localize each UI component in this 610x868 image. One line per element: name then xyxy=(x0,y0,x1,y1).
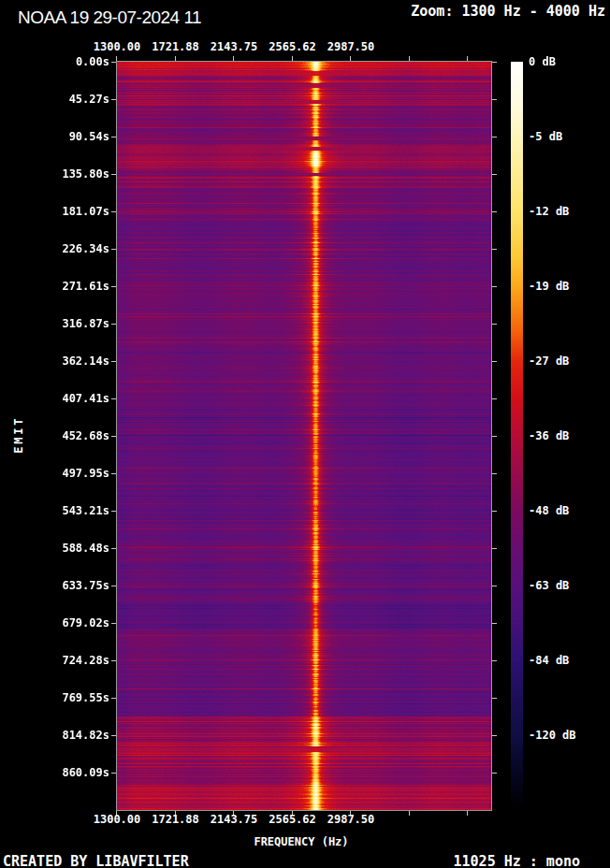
time-tick-label: 543.21s xyxy=(25,504,109,517)
plot-frame xyxy=(116,61,492,811)
freq-tick-mark xyxy=(292,56,293,61)
time-tick-label: 45.27s xyxy=(25,93,109,106)
db-tick-label: -27 dB xyxy=(529,354,569,368)
footer-samplerate: 11025 Hz : mono xyxy=(454,853,580,868)
spectrogram-canvas xyxy=(117,62,491,810)
db-tick-label: -5 dB xyxy=(529,130,562,143)
zoom-range-label: Zoom: 1300 Hz - 4000 Hz xyxy=(411,3,605,20)
time-tick-label: 316.87s xyxy=(25,317,109,330)
freq-tick-mark xyxy=(409,56,410,61)
time-tick-mark xyxy=(492,511,497,512)
db-tick-label: 0 dB xyxy=(529,55,556,68)
freq-axis-title: FREQUENCY (Hz) xyxy=(254,835,348,848)
time-tick-mark xyxy=(492,698,497,699)
time-tick-mark xyxy=(111,773,116,774)
time-axis-title: TIME xyxy=(12,417,25,455)
time-tick-label: 226.34s xyxy=(25,242,109,255)
time-tick-mark xyxy=(111,99,116,100)
time-tick-mark xyxy=(111,473,116,474)
time-tick-mark xyxy=(111,211,116,212)
time-tick-label: 0.00s xyxy=(25,55,109,68)
time-tick-mark xyxy=(492,211,497,212)
time-tick-mark xyxy=(492,137,497,137)
freq-tick-label: 2565.62 xyxy=(269,40,316,53)
db-tick-label: -48 dB xyxy=(529,504,569,517)
freq-tick-label: 2143.75 xyxy=(211,40,258,53)
time-tick-label: 90.54s xyxy=(25,130,109,143)
freq-tick-label: 1300.00 xyxy=(94,40,141,53)
time-tick-mark xyxy=(492,62,497,63)
db-tick-label: -120 dB xyxy=(529,729,576,742)
time-tick-mark xyxy=(111,436,116,437)
freq-tick-label: 1300.00 xyxy=(94,813,141,826)
time-tick-label: 679.02s xyxy=(25,616,109,629)
freq-tick-label: 1721.88 xyxy=(152,40,199,53)
freq-tick-label: 2987.50 xyxy=(327,813,375,826)
time-axis-title-char: E xyxy=(14,443,23,456)
db-tick-label: -36 dB xyxy=(529,429,569,442)
time-tick-label: 588.48s xyxy=(25,542,109,555)
time-tick-mark xyxy=(111,511,116,512)
time-tick-mark xyxy=(492,660,497,661)
freq-tick-mark xyxy=(116,56,117,61)
time-tick-mark xyxy=(492,735,497,736)
time-tick-mark xyxy=(492,586,497,586)
time-tick-mark xyxy=(492,473,497,474)
time-tick-mark xyxy=(111,137,116,137)
time-tick-label: 362.14s xyxy=(25,354,109,368)
time-tick-mark xyxy=(492,99,497,100)
freq-tick-mark xyxy=(350,56,351,61)
time-tick-label: 452.68s xyxy=(25,429,109,442)
freq-tick-label: 1721.88 xyxy=(152,813,199,826)
time-tick-mark xyxy=(492,249,497,250)
time-tick-mark xyxy=(492,398,497,399)
freq-tick-mark xyxy=(233,56,234,61)
time-tick-mark xyxy=(492,623,497,624)
page-title: NOAA 19 29-07-2024 11 xyxy=(18,7,201,28)
time-tick-mark xyxy=(492,286,497,287)
freq-tick-label: 2565.62 xyxy=(269,813,316,826)
freq-tick-mark xyxy=(467,811,468,816)
time-tick-label: 497.95s xyxy=(25,467,109,480)
time-tick-mark xyxy=(492,436,497,437)
time-tick-mark xyxy=(492,324,497,325)
time-tick-mark xyxy=(111,548,116,549)
db-tick-label: -19 dB xyxy=(529,280,569,293)
footer-credit: CREATED BY LIBAVFILTER xyxy=(3,853,189,868)
time-tick-mark xyxy=(111,286,116,287)
time-tick-label: 271.61s xyxy=(25,280,109,293)
time-tick-mark xyxy=(492,548,497,549)
time-tick-mark xyxy=(111,361,116,362)
freq-tick-mark xyxy=(175,56,176,61)
time-tick-mark xyxy=(492,773,497,774)
freq-tick-mark xyxy=(467,56,468,61)
time-tick-mark xyxy=(111,623,116,624)
db-tick-label: -12 dB xyxy=(529,205,569,218)
spectrogram-screen: NOAA 19 29-07-2024 11 Zoom: 1300 Hz - 40… xyxy=(0,0,610,868)
time-tick-label: 181.07s xyxy=(25,205,109,218)
time-tick-mark xyxy=(111,174,116,175)
time-tick-mark xyxy=(111,398,116,399)
time-tick-mark xyxy=(111,324,116,325)
time-tick-mark xyxy=(492,174,497,175)
time-tick-mark xyxy=(111,62,116,63)
freq-tick-label: 2143.75 xyxy=(211,813,258,826)
time-tick-label: 724.28s xyxy=(25,654,109,667)
time-tick-label: 407.41s xyxy=(25,392,109,405)
time-tick-mark xyxy=(111,660,116,661)
time-tick-label: 135.80s xyxy=(25,167,109,181)
time-tick-label: 860.09s xyxy=(25,766,109,779)
time-tick-mark xyxy=(492,361,497,362)
colorbar xyxy=(511,62,523,810)
time-tick-mark xyxy=(111,698,116,699)
time-tick-mark xyxy=(111,249,116,250)
time-tick-label: 814.82s xyxy=(25,729,109,742)
time-tick-mark xyxy=(111,586,116,586)
freq-tick-label: 2987.50 xyxy=(327,40,375,53)
time-tick-mark xyxy=(111,735,116,736)
time-tick-label: 633.75s xyxy=(25,579,109,592)
db-tick-label: -84 dB xyxy=(529,654,569,667)
freq-tick-mark xyxy=(409,811,410,816)
time-tick-label: 769.55s xyxy=(25,691,109,704)
db-tick-label: -63 dB xyxy=(529,579,569,592)
